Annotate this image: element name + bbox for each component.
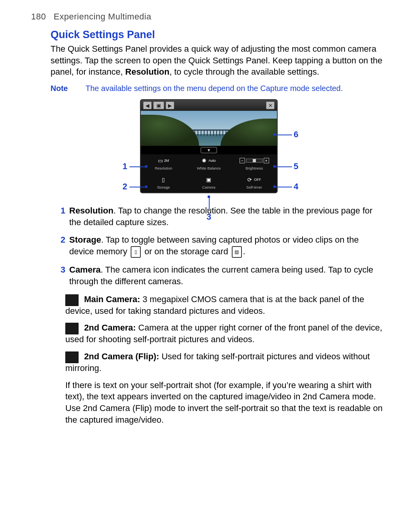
- callout-4: 4: [294, 182, 298, 192]
- note-label: Note: [51, 84, 86, 93]
- panel-resolution[interactable]: ▭2M Resolution: [141, 154, 186, 173]
- sub-2nd-camera-flip: 2nd Camera (Flip): Used for taking self-…: [65, 351, 385, 374]
- quick-settings-panel: ▭2M Resolution ✺Auto White Balance − + B…: [141, 154, 277, 192]
- callout-line-3: [209, 197, 210, 211]
- callout-2: 2: [122, 182, 127, 192]
- sub-2nd-camera: 2nd Camera: Camera at the upper right co…: [65, 322, 385, 345]
- sub-main-camera: Main Camera: 3 megapixel CMOS camera tha…: [65, 294, 385, 317]
- chevron-down-icon: ▼: [201, 147, 217, 153]
- callout-6: 6: [294, 129, 298, 140]
- camera-screenshot: ◀ ▣ ▶ ✕ ▼ ▭2M Resol: [140, 99, 278, 193]
- sub-text-4: If there is text on your self-portrait s…: [65, 380, 383, 425]
- callout-dot-6: [273, 133, 276, 136]
- list-bold-2: Storage: [69, 235, 101, 245]
- selftimer-icon: ⟳OFF: [247, 176, 261, 184]
- intro-bold: Resolution: [125, 67, 170, 77]
- section-title: Quick Settings Panel: [51, 29, 385, 41]
- callout-dot-2: [145, 185, 147, 188]
- panel-camera[interactable]: ▣ Camera: [186, 173, 232, 192]
- screenshot-topbar: ◀ ▣ ▶ ✕: [141, 100, 277, 111]
- selftimer-value: OFF: [254, 178, 261, 182]
- callout-dot-1: [145, 165, 147, 168]
- brightness-label: Brightness: [245, 166, 263, 170]
- list-item-2: 2 Storage. Tap to toggle between saving …: [51, 234, 385, 258]
- callout-line-5: [275, 166, 292, 167]
- panel-whitebalance[interactable]: ✺Auto White Balance: [186, 154, 232, 173]
- callout-dot-4: [273, 185, 276, 188]
- list-bold-1: Resolution: [69, 206, 114, 215]
- callout-dot-3: [208, 196, 210, 198]
- chapter-title: Experiencing Multimedia: [54, 12, 151, 21]
- viewfinder-scene: [141, 111, 277, 146]
- callout-line-2: [130, 187, 146, 187]
- selftimer-label: Self-timer: [246, 185, 262, 189]
- list-bold-3: Camera: [69, 265, 101, 275]
- camera-icon: ▣: [206, 176, 211, 184]
- main-camera-icon: [65, 294, 79, 306]
- brightness-scale: [246, 159, 262, 163]
- whitebalance-icon: ✺Auto: [202, 157, 216, 164]
- storage-label: Storage: [157, 185, 170, 189]
- note-text: The available settings on the menu depen…: [86, 84, 343, 93]
- camera-mode-icon[interactable]: ▣: [153, 101, 164, 109]
- prev-mode-icon[interactable]: ◀: [143, 101, 152, 109]
- figure-wrap: ◀ ▣ ▶ ✕ ▼ ▭2M Resol: [99, 99, 317, 193]
- panel-storage[interactable]: ▯ Storage: [141, 173, 186, 192]
- callout-3: 3: [206, 212, 211, 222]
- callout-5: 5: [294, 161, 298, 171]
- storage-card-icon: ▤: [232, 246, 242, 258]
- manual-page: 180 Experiencing Multimedia Quick Settin…: [0, 0, 420, 516]
- callout-dot-5: [273, 165, 276, 168]
- panel-selftimer[interactable]: ⟳OFF Self-timer: [231, 173, 277, 192]
- page-number: 180: [31, 12, 46, 21]
- list-num-1: 1: [51, 205, 69, 228]
- intro-paragraph: The Quick Settings Panel provides a quic…: [51, 43, 385, 78]
- list-item-1: 1 Resolution. Tap to change the resoluti…: [51, 205, 385, 228]
- panel-brightness[interactable]: − + Brightness: [231, 154, 277, 173]
- sub-bold-3: 2nd Camera (Flip):: [84, 352, 159, 361]
- list-num-3: 3: [51, 264, 69, 287]
- next-mode-icon[interactable]: ▶: [166, 101, 174, 109]
- brightness-plus[interactable]: +: [264, 158, 269, 163]
- list-rest-2b: or on the storage card: [142, 247, 230, 256]
- brightness-minus[interactable]: −: [240, 158, 245, 163]
- list-rest-1: . Tap to change the resolution. See the …: [69, 206, 373, 227]
- second-camera-icon: [65, 323, 79, 334]
- list-rest-2c: .: [243, 247, 245, 256]
- collapse-bar[interactable]: ▼: [141, 146, 277, 154]
- sub-bold-2: 2nd Camera:: [84, 323, 136, 332]
- callout-line-4: [275, 187, 292, 187]
- list-item-3: 3 Camera. The camera icon indicates the …: [51, 264, 385, 287]
- second-camera-flip-icon: [65, 352, 79, 363]
- list-rest-3: . The camera icon indicates the current …: [69, 265, 373, 286]
- whitebalance-value: Auto: [208, 159, 216, 163]
- page-header: 180 Experiencing Multimedia: [31, 12, 385, 22]
- close-icon[interactable]: ✕: [266, 101, 275, 109]
- camera-label: Camera: [202, 185, 215, 189]
- brightness-icon: − +: [240, 157, 269, 164]
- sub-flip-explanation: If there is text on your self-portrait s…: [65, 380, 385, 426]
- list-num-2: 2: [51, 234, 69, 258]
- resolution-icon: ▭2M: [158, 157, 169, 164]
- callout-line-6: [275, 135, 292, 135]
- note-row: Note The available settings on the menu …: [51, 84, 385, 93]
- whitebalance-label: White Balance: [197, 166, 220, 170]
- sub-bold-1: Main Camera:: [84, 294, 140, 304]
- callout-1: 1: [122, 161, 127, 171]
- numbered-list: 1 Resolution. Tap to change the resoluti…: [51, 205, 385, 287]
- resolution-value: 2M: [164, 159, 169, 163]
- storage-icon: ▯: [162, 176, 165, 184]
- callout-line-1: [130, 166, 146, 167]
- intro-text-2: , to cycle through the available setting…: [170, 67, 319, 77]
- resolution-label: Resolution: [155, 166, 172, 170]
- device-memory-icon: ▯: [131, 246, 141, 258]
